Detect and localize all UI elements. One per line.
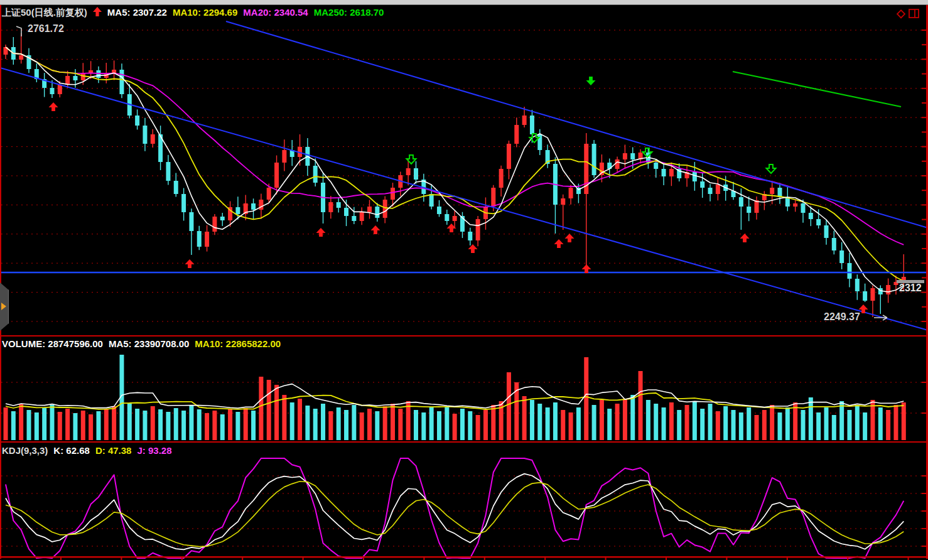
volume-bar [127, 404, 132, 440]
volume-bar [166, 412, 170, 440]
ma5-readout: MA5: 2307.22 [107, 7, 167, 19]
volume-bar [731, 410, 736, 440]
volume-bar [228, 409, 232, 440]
restore-window-icon[interactable] [908, 8, 920, 20]
volume-bar [530, 400, 534, 440]
volume-bar [26, 410, 31, 440]
volume-bar [11, 411, 16, 440]
volume-bar [73, 413, 77, 440]
volume-bar [205, 413, 209, 440]
candle-body [135, 116, 139, 126]
volume-bar [584, 357, 588, 440]
kdj-name: KDJ(9,3,3) [2, 445, 48, 456]
candle-body [352, 216, 356, 221]
candle-body [778, 188, 782, 197]
candle-body [81, 73, 85, 80]
candle-body [522, 116, 527, 125]
volume-bar [328, 411, 333, 440]
volume-bar [723, 406, 728, 440]
candle-body [669, 169, 674, 176]
pane-separator [0, 335, 928, 337]
volume-bar [483, 410, 488, 440]
volume-bar [762, 410, 767, 440]
candle-body [251, 203, 256, 210]
volume-bar [522, 396, 527, 440]
volume-bar [607, 409, 612, 440]
candle-body [468, 232, 472, 240]
volume-bar [398, 409, 402, 440]
volume-bar [816, 412, 821, 440]
candle-body [739, 197, 743, 207]
volume-bar [437, 411, 441, 440]
volume-bar [189, 406, 193, 440]
volume-bar [174, 408, 178, 440]
volume-bar [104, 409, 109, 440]
candle-body [863, 291, 867, 301]
candle-body [530, 116, 534, 134]
candle-body [375, 207, 379, 218]
volume-bar [778, 412, 782, 440]
volume-bar [615, 404, 620, 440]
volume-bar [290, 402, 294, 440]
volume-bar [65, 409, 70, 440]
candle-body [700, 181, 704, 188]
chart-canvas[interactable] [0, 0, 928, 560]
candle-body [793, 203, 797, 207]
stock-app-window: 上证50(日线.前复权) MA5: 2307.22 MA10: 2294.69 … [0, 0, 928, 560]
candle-body [313, 166, 318, 183]
candle-body [662, 169, 666, 176]
kdj-j-readout: J: 93.28 [137, 445, 171, 456]
ma250-readout: MA250: 2618.70 [314, 7, 384, 19]
candle-body [453, 216, 457, 221]
buy-signal-arrow [554, 239, 564, 248]
volume-bar [809, 397, 813, 440]
candle-body [816, 219, 821, 225]
low-price-label: 2249.37 [824, 311, 860, 323]
volume-ma5-readout: MA5: 23390708.00 [109, 338, 189, 349]
candle-body [708, 188, 713, 194]
volume-bar [383, 406, 387, 440]
volume-bar [669, 402, 674, 440]
volume-bar [576, 407, 581, 440]
candle-body [73, 76, 77, 80]
volume-bar [220, 414, 225, 440]
last-price-label: 2312 [899, 283, 928, 294]
volume-bar [212, 411, 217, 440]
volume-bar [181, 411, 186, 440]
volume-header: VOLUME: 28747596.00 MA5: 23390708.00 MA1… [2, 338, 281, 349]
candle-body [367, 207, 372, 212]
volume-bar [50, 405, 54, 440]
candle-body [65, 76, 70, 85]
volume-bar [569, 412, 573, 440]
ma5-line [6, 47, 904, 292]
candle-body [654, 163, 658, 169]
candle-body [328, 202, 333, 212]
candle-body [839, 250, 844, 263]
volume-bar [344, 410, 348, 440]
volume-bar [507, 372, 511, 440]
volume-bar [406, 401, 411, 440]
candle-body [491, 188, 495, 207]
volume-bar [832, 415, 836, 440]
volume-bar [708, 404, 713, 440]
diamond-icon[interactable] [895, 8, 907, 19]
up-arrow-icon [93, 7, 102, 17]
candle-body [514, 125, 519, 144]
volume-bar [863, 412, 867, 440]
kdj-j-line [6, 458, 904, 558]
volume-bar [445, 406, 449, 440]
expand-sidebar-handle[interactable] [0, 283, 9, 331]
volume-bar [739, 412, 743, 440]
candle-body [19, 55, 23, 60]
high-label-pointer [16, 26, 21, 36]
volume-bar [886, 410, 890, 440]
volume-bar [654, 404, 658, 440]
candle-body [391, 188, 395, 200]
volume-bar [375, 411, 379, 440]
volume-bar [476, 415, 480, 440]
kdj-k-readout: K: 62.68 [53, 445, 90, 456]
volume-readout: VOLUME: 28747596.00 [2, 338, 103, 349]
volume-bar [89, 414, 93, 440]
candle-body [96, 70, 100, 78]
kdj-d-readout: D: 47.38 [95, 445, 132, 456]
